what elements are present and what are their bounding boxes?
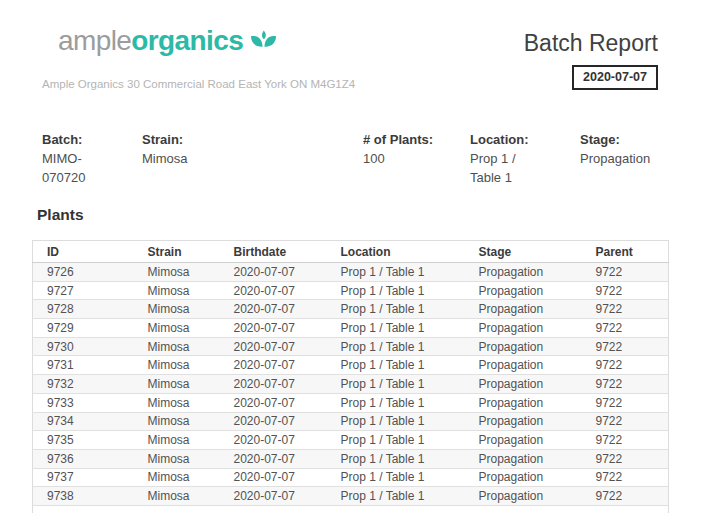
cell-stage: Propagation [479, 356, 596, 375]
cell-birthdate: 2020-07-07 [234, 337, 341, 356]
cell-strain: Mimosa [148, 412, 234, 431]
table-row: 9733Mimosa2020-07-07Prop 1 / Table 1Prop… [33, 393, 669, 412]
cell-strain: Mimosa [148, 300, 234, 319]
plants-section-heading: Plants [37, 206, 84, 224]
cell-stage: Propagation [479, 449, 596, 468]
cell-location: Prop 1 / Table 1 [341, 393, 479, 412]
cell-id: 9735 [33, 431, 148, 450]
cell-strain: Mimosa [148, 319, 234, 338]
cell-id: 9729 [33, 319, 148, 338]
cell-stage: Propagation [479, 300, 596, 319]
cell-strain: Mimosa [148, 431, 234, 450]
cell-birthdate: 2020-07-07 [234, 263, 341, 282]
cell-parent: 9722 [596, 356, 669, 375]
column-header-strain: Strain [148, 241, 234, 263]
cell-stage: Propagation [479, 337, 596, 356]
table-row: 9735Mimosa2020-07-07Prop 1 / Table 1Prop… [33, 431, 669, 450]
cell-parent: 9722 [596, 393, 669, 412]
field-value: MIMO-070720 [42, 149, 118, 187]
column-header-parent: Parent [596, 241, 669, 263]
report-title: Batch Report [524, 30, 658, 57]
cell-empty [479, 505, 596, 513]
field-label: Location: [470, 130, 532, 149]
header-row: IDStrainBirthdateLocationStageParent [33, 241, 669, 263]
batch-info-field: Location:Prop 1 / Table 1 [470, 130, 532, 187]
cell-parent: 9722 [596, 319, 669, 338]
cell-birthdate: 2020-07-07 [234, 375, 341, 394]
table-row: 9730Mimosa2020-07-07Prop 1 / Table 1Prop… [33, 337, 669, 356]
cell-parent: 9722 [596, 449, 669, 468]
cell-location: Prop 1 / Table 1 [341, 319, 479, 338]
cell-id: 9728 [33, 300, 148, 319]
cell-parent: 9722 [596, 431, 669, 450]
table-row: 9738Mimosa2020-07-07Prop 1 / Table 1Prop… [33, 487, 669, 506]
report-date-badge: 2020-07-07 [572, 65, 658, 90]
cell-id: 9730 [33, 337, 148, 356]
plants-table: IDStrainBirthdateLocationStageParent 972… [32, 240, 669, 513]
table-row: 9726Mimosa2020-07-07Prop 1 / Table 1Prop… [33, 263, 669, 282]
cell-birthdate: 2020-07-07 [234, 431, 341, 450]
cell-parent: 9722 [596, 468, 669, 487]
cell-id: 9726 [33, 263, 148, 282]
cell-birthdate: 2020-07-07 [234, 487, 341, 506]
cell-strain: Mimosa [148, 281, 234, 300]
cell-birthdate: 2020-07-07 [234, 281, 341, 300]
column-header-stage: Stage [479, 241, 596, 263]
field-value: Prop 1 / Table 1 [470, 149, 532, 187]
batch-info-field: # of Plants:100 [363, 130, 463, 168]
cell-location: Prop 1 / Table 1 [341, 263, 479, 282]
column-header-id: ID [33, 241, 148, 263]
batch-report-page: ampleorganics Ample Organics 30 Commerci… [0, 0, 708, 513]
brand-logo-organics: organics [131, 27, 243, 55]
cell-location: Prop 1 / Table 1 [341, 468, 479, 487]
cell-stage: Propagation [479, 263, 596, 282]
column-header-location: Location [341, 241, 479, 263]
cell-id: 9732 [33, 375, 148, 394]
cell-strain: Mimosa [148, 337, 234, 356]
batch-info-field: Batch:MIMO-070720 [42, 130, 118, 187]
cell-strain: Mimosa [148, 449, 234, 468]
table-row: 9728Mimosa2020-07-07Prop 1 / Table 1Prop… [33, 300, 669, 319]
field-value: Mimosa [142, 149, 342, 168]
cell-id: 9731 [33, 356, 148, 375]
table-row: 9731Mimosa2020-07-07Prop 1 / Table 1Prop… [33, 356, 669, 375]
cell-location: Prop 1 / Table 1 [341, 300, 479, 319]
plants-table-header: IDStrainBirthdateLocationStageParent [33, 241, 669, 263]
table-row: 9732Mimosa2020-07-07Prop 1 / Table 1Prop… [33, 375, 669, 394]
cell-strain: Mimosa [148, 375, 234, 394]
cell-parent: 9722 [596, 263, 669, 282]
column-header-birthdate: Birthdate [234, 241, 341, 263]
cell-id: 9733 [33, 393, 148, 412]
cell-id: 9737 [33, 468, 148, 487]
batch-info-field: Strain:Mimosa [142, 130, 342, 168]
cell-stage: Propagation [479, 468, 596, 487]
cell-id: 9736 [33, 449, 148, 468]
cell-location: Prop 1 / Table 1 [341, 449, 479, 468]
cell-birthdate: 2020-07-07 [234, 393, 341, 412]
cell-id: 9727 [33, 281, 148, 300]
cell-location: Prop 1 / Table 1 [341, 337, 479, 356]
brand-logo: ampleorganics [58, 27, 277, 55]
cell-birthdate: 2020-07-07 [234, 356, 341, 375]
field-label: Strain: [142, 130, 342, 149]
table-row: 9729Mimosa2020-07-07Prop 1 / Table 1Prop… [33, 319, 669, 338]
cell-parent: 9722 [596, 412, 669, 431]
cell-parent: 9722 [596, 487, 669, 506]
field-value: Propagation [580, 149, 700, 168]
field-label: Batch: [42, 130, 118, 149]
cell-stage: Propagation [479, 412, 596, 431]
cell-parent: 9722 [596, 300, 669, 319]
cell-birthdate: 2020-07-07 [234, 300, 341, 319]
batch-info-field: Stage:Propagation [580, 130, 700, 168]
plants-table-body: 9726Mimosa2020-07-07Prop 1 / Table 1Prop… [33, 263, 669, 513]
cell-strain: Mimosa [148, 263, 234, 282]
cell-stage: Propagation [479, 281, 596, 300]
cell-parent: 9722 [596, 375, 669, 394]
cell-empty [234, 505, 341, 513]
table-row: 9734Mimosa2020-07-07Prop 1 / Table 1Prop… [33, 412, 669, 431]
sprout-leaf-icon [250, 30, 277, 55]
cell-id: 9738 [33, 487, 148, 506]
cell-location: Prop 1 / Table 1 [341, 412, 479, 431]
cell-parent: 9722 [596, 281, 669, 300]
cell-location: Prop 1 / Table 1 [341, 431, 479, 450]
